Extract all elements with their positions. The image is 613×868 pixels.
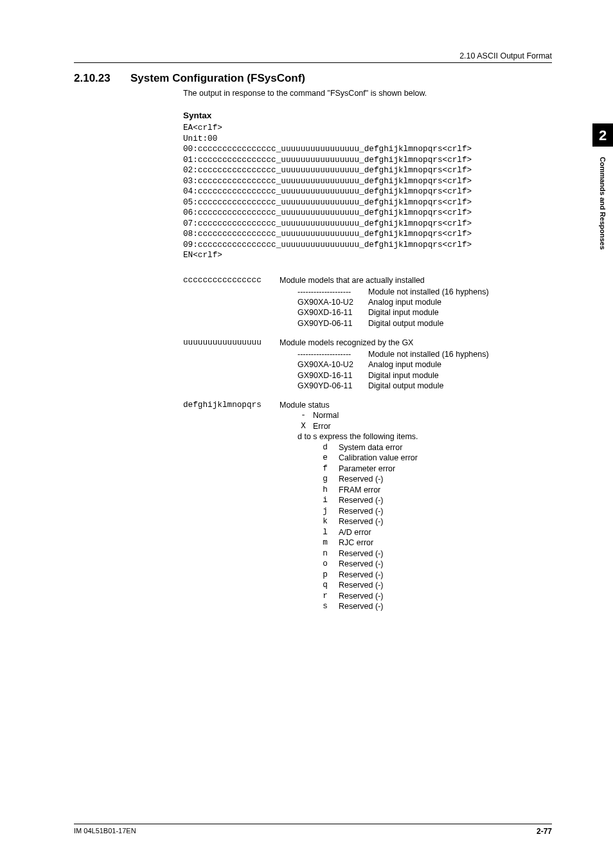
- char-label: Reserved (-): [339, 559, 383, 570]
- definition-subrow: GX90YD-06-11Digital output module: [298, 318, 552, 329]
- definition-subrow: GX90XA-10-U2Analog input module: [298, 359, 552, 370]
- definition-subrow: GX90YD-06-11Digital output module: [298, 381, 552, 391]
- status-symbol: X: [298, 421, 309, 432]
- char-symbol: k: [319, 516, 331, 527]
- definition-key: cccccccccccccccc: [183, 275, 280, 285]
- status-note: d to s express the following items.: [298, 431, 552, 442]
- status-label: Error: [313, 421, 331, 432]
- definition-body: Module models that are actually installe…: [280, 275, 552, 329]
- definition-subtable: --------------------Module not installed…: [298, 287, 552, 329]
- char-label: RJC error: [339, 538, 373, 548]
- status-char-row: jReserved (-): [319, 506, 552, 517]
- definition-row: uuuuuuuuuuuuuuuuModule models recognized…: [183, 338, 552, 391]
- section-body: The output in response to the command "F…: [183, 89, 552, 612]
- module-desc: Digital input module: [368, 370, 552, 381]
- syntax-heading: Syntax: [183, 111, 552, 120]
- char-label: Reserved (-): [339, 570, 383, 581]
- status-char-row: mRJC error: [319, 538, 552, 548]
- module-code: --------------------: [298, 287, 368, 297]
- status-char-row: iReserved (-): [319, 495, 552, 506]
- section-title: System Configuration (FSysConf): [130, 72, 305, 85]
- status-char-row: rReserved (-): [319, 591, 552, 602]
- status-char-row: qReserved (-): [319, 580, 552, 591]
- char-label: Reserved (-): [339, 495, 383, 506]
- char-symbol: m: [319, 538, 331, 548]
- char-label: Reserved (-): [339, 548, 383, 559]
- syntax-block: EA<crlf> Unit:00 00:cccccccccccccccc_uuu…: [183, 123, 552, 261]
- char-symbol: n: [319, 548, 331, 559]
- status-label: Normal: [313, 410, 339, 421]
- chapter-label-container: Commands and Responses: [592, 157, 613, 298]
- definition-subrow: --------------------Module not installed…: [298, 287, 552, 297]
- module-code: GX90XD-16-11: [298, 370, 368, 381]
- module-code: --------------------: [298, 349, 368, 359]
- module-desc: Analog input module: [368, 297, 552, 307]
- status-char-list: dSystem data erroreCalibration value err…: [319, 442, 552, 612]
- status-char-row: oReserved (-): [319, 559, 552, 570]
- module-code: GX90XA-10-U2: [298, 297, 368, 307]
- module-desc: Digital output module: [368, 381, 552, 391]
- char-label: Parameter error: [339, 464, 395, 475]
- status-char-row: lA/D error: [319, 527, 552, 538]
- status-char-row: sReserved (-): [319, 601, 552, 612]
- char-symbol: q: [319, 580, 331, 591]
- status-definition: defghijklmnopqrs Module status -NormalXE…: [183, 400, 552, 612]
- breadcrumb: 2.10 ASCII Output Format: [459, 51, 552, 60]
- char-symbol: j: [319, 506, 331, 517]
- char-symbol: g: [319, 474, 331, 485]
- section-heading: 2.10.23 System Configuration (FSysConf): [74, 72, 552, 85]
- definition-subrow: --------------------Module not installed…: [298, 349, 552, 359]
- definition-key: uuuuuuuuuuuuuuuu: [183, 338, 280, 347]
- char-symbol: d: [319, 442, 331, 453]
- char-label: System data error: [339, 442, 402, 453]
- char-symbol: o: [319, 559, 331, 570]
- char-label: Reserved (-): [339, 591, 383, 602]
- definition-body: Module models recognized by the GX------…: [280, 338, 552, 391]
- char-symbol: f: [319, 464, 331, 475]
- intro-text: The output in response to the command "F…: [183, 89, 552, 98]
- status-char-row: nReserved (-): [319, 548, 552, 559]
- char-label: Reserved (-): [339, 506, 383, 517]
- status-legend: -NormalXError: [298, 410, 552, 431]
- char-symbol: p: [319, 570, 331, 581]
- page-footer: IM 04L51B01-17EN 2-77: [74, 824, 552, 836]
- definition-row: ccccccccccccccccModule models that are a…: [183, 275, 552, 329]
- status-symbol: -: [298, 410, 309, 421]
- chapter-number: 2: [592, 129, 613, 143]
- char-label: Reserved (-): [339, 516, 383, 527]
- char-label: Reserved (-): [339, 601, 383, 612]
- status-key: defghijklmnopqrs: [183, 400, 280, 410]
- char-symbol: l: [319, 527, 331, 538]
- status-char-row: kReserved (-): [319, 516, 552, 527]
- module-desc: Digital output module: [368, 318, 552, 329]
- chapter-tab: 2: [592, 123, 613, 147]
- status-legend-row: -Normal: [298, 410, 552, 421]
- status-char-row: hFRAM error: [319, 485, 552, 496]
- module-desc: Analog input module: [368, 359, 552, 370]
- definition-subrow: GX90XD-16-11Digital input module: [298, 307, 552, 318]
- char-label: Reserved (-): [339, 474, 383, 485]
- char-label: Calibration value error: [339, 453, 418, 464]
- module-desc: Module not installed (16 hyphens): [368, 287, 552, 297]
- module-code: GX90YD-06-11: [298, 318, 368, 329]
- char-label: FRAM error: [339, 485, 380, 496]
- char-symbol: i: [319, 495, 331, 506]
- status-char-row: dSystem data error: [319, 442, 552, 453]
- footer-right: 2-77: [537, 827, 552, 836]
- module-desc: Module not installed (16 hyphens): [368, 349, 552, 359]
- footer-left: IM 04L51B01-17EN: [74, 827, 136, 836]
- definition-title: Module models recognized by the GX: [280, 338, 552, 348]
- status-char-row: eCalibration value error: [319, 453, 552, 464]
- status-char-row: pReserved (-): [319, 570, 552, 581]
- definitions-table: ccccccccccccccccModule models that are a…: [183, 275, 552, 392]
- module-code: GX90XA-10-U2: [298, 359, 368, 370]
- status-char-row: gReserved (-): [319, 474, 552, 485]
- status-title: Module status: [280, 400, 552, 410]
- char-symbol: s: [319, 601, 331, 612]
- definition-subrow: GX90XD-16-11Digital input module: [298, 370, 552, 381]
- char-symbol: h: [319, 485, 331, 496]
- char-symbol: e: [319, 453, 331, 464]
- status-legend-row: XError: [298, 421, 552, 432]
- definition-subrow: GX90XA-10-U2Analog input module: [298, 297, 552, 307]
- definition-title: Module models that are actually installe…: [280, 275, 552, 285]
